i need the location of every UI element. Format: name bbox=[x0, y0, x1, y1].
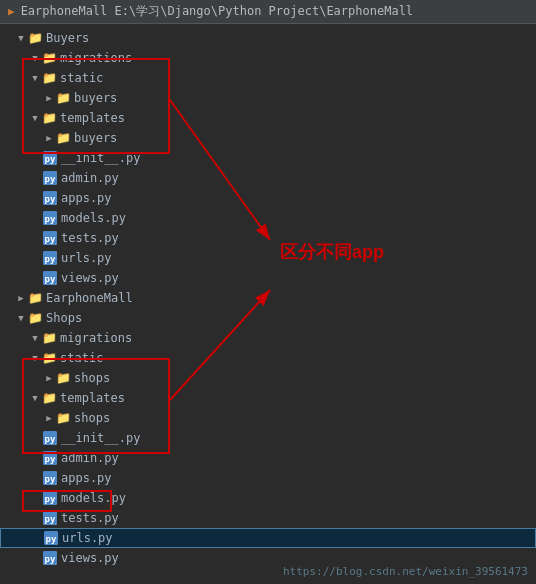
tree-label-7: __init__.py bbox=[61, 151, 140, 165]
tree-item-16[interactable]: 📁migrations bbox=[0, 328, 536, 348]
tree-label-26: urls.py bbox=[62, 531, 113, 545]
tree-arrow-18[interactable] bbox=[42, 373, 56, 383]
svg-text:py: py bbox=[45, 254, 56, 264]
title-icon: ▶ bbox=[8, 5, 15, 18]
tree-label-1: Buyers bbox=[46, 31, 89, 45]
folder-icon-6: 📁 bbox=[56, 131, 71, 145]
tree-item-9[interactable]: pyapps.py bbox=[0, 188, 536, 208]
svg-text:py: py bbox=[45, 194, 56, 204]
folder-icon-3: 📁 bbox=[42, 71, 57, 85]
svg-text:py: py bbox=[45, 434, 56, 444]
folder-icon-16: 📁 bbox=[42, 331, 57, 345]
tree-item-13[interactable]: pyviews.py bbox=[0, 268, 536, 288]
tree-arrow-19[interactable] bbox=[28, 393, 42, 403]
tree-label-11: tests.py bbox=[61, 231, 119, 245]
tree-label-27: views.py bbox=[61, 551, 119, 565]
tree-label-14: EarphoneMall bbox=[46, 291, 133, 305]
py-icon-27: py bbox=[42, 550, 58, 566]
tree-label-13: views.py bbox=[61, 271, 119, 285]
py-icon-21: py bbox=[42, 430, 58, 446]
tree-item-23[interactable]: pyapps.py bbox=[0, 468, 536, 488]
folder-icon-14: 📁 bbox=[28, 291, 43, 305]
tree-item-21[interactable]: py__init__.py bbox=[0, 428, 536, 448]
tree-item-22[interactable]: pyadmin.py bbox=[0, 448, 536, 468]
folder-icon-2: 📁 bbox=[42, 51, 57, 65]
tree-item-5[interactable]: 📁templates bbox=[0, 108, 536, 128]
tree-label-16: migrations bbox=[60, 331, 132, 345]
folder-icon-20: 📁 bbox=[56, 411, 71, 425]
py-icon-10: py bbox=[42, 210, 58, 226]
tree-arrow-6[interactable] bbox=[42, 133, 56, 143]
tree-arrow-14[interactable] bbox=[14, 293, 28, 303]
tree-label-6: buyers bbox=[74, 131, 117, 145]
folder-icon-19: 📁 bbox=[42, 391, 57, 405]
py-icon-25: py bbox=[42, 510, 58, 526]
footer-url: https://blog.csdn.net/weixin_39561473 bbox=[283, 565, 528, 578]
tree-item-8[interactable]: pyadmin.py bbox=[0, 168, 536, 188]
tree-item-3[interactable]: 📁static bbox=[0, 68, 536, 88]
title-bar: ▶ EarphoneMall E:\学习\Django\Python Proje… bbox=[0, 0, 536, 24]
tree-item-11[interactable]: pytests.py bbox=[0, 228, 536, 248]
svg-text:py: py bbox=[45, 494, 56, 504]
svg-text:py: py bbox=[45, 514, 56, 524]
tree-arrow-20[interactable] bbox=[42, 413, 56, 423]
tree-label-25: tests.py bbox=[61, 511, 119, 525]
tree-item-1[interactable]: 📁Buyers bbox=[0, 28, 536, 48]
tree-item-6[interactable]: 📁buyers bbox=[0, 128, 536, 148]
tree-label-15: Shops bbox=[46, 311, 82, 325]
tree-arrow-15[interactable] bbox=[14, 313, 28, 323]
folder-icon-4: 📁 bbox=[56, 91, 71, 105]
tree-item-25[interactable]: pytests.py bbox=[0, 508, 536, 528]
tree-item-7[interactable]: py__init__.py bbox=[0, 148, 536, 168]
tree-label-17: static bbox=[60, 351, 103, 365]
tree-arrow-5[interactable] bbox=[28, 113, 42, 123]
py-icon-9: py bbox=[42, 190, 58, 206]
tree-arrow-3[interactable] bbox=[28, 73, 42, 83]
tree-arrow-2[interactable] bbox=[28, 53, 42, 63]
tree-arrow-1[interactable] bbox=[14, 33, 28, 43]
folder-icon-1: 📁 bbox=[28, 31, 43, 45]
tree-item-17[interactable]: 📁static bbox=[0, 348, 536, 368]
tree-item-19[interactable]: 📁templates bbox=[0, 388, 536, 408]
tree-item-2[interactable]: 📁migrations bbox=[0, 48, 536, 68]
folder-icon-15: 📁 bbox=[28, 311, 43, 325]
folder-icon-17: 📁 bbox=[42, 351, 57, 365]
tree-item-24[interactable]: pymodels.py bbox=[0, 488, 536, 508]
file-tree: 📁Buyers📁migrations📁static📁buyers📁templat… bbox=[0, 24, 536, 584]
tree-item-14[interactable]: 📁EarphoneMall bbox=[0, 288, 536, 308]
py-icon-22: py bbox=[42, 450, 58, 466]
tree-item-4[interactable]: 📁buyers bbox=[0, 88, 536, 108]
tree-label-4: buyers bbox=[74, 91, 117, 105]
tree-item-26[interactable]: pyurls.py bbox=[0, 528, 536, 548]
tree-label-21: __init__.py bbox=[61, 431, 140, 445]
svg-text:py: py bbox=[45, 274, 56, 284]
py-icon-7: py bbox=[42, 150, 58, 166]
tree-item-12[interactable]: pyurls.py bbox=[0, 248, 536, 268]
py-icon-23: py bbox=[42, 470, 58, 486]
svg-text:py: py bbox=[46, 534, 57, 544]
tree-label-23: apps.py bbox=[61, 471, 112, 485]
tree-label-8: admin.py bbox=[61, 171, 119, 185]
svg-text:py: py bbox=[45, 474, 56, 484]
tree-label-9: apps.py bbox=[61, 191, 112, 205]
annotation-text: 区分不同app bbox=[280, 240, 384, 264]
tree-label-19: templates bbox=[60, 391, 125, 405]
tree-label-24: models.py bbox=[61, 491, 126, 505]
tree-arrow-4[interactable] bbox=[42, 93, 56, 103]
tree-label-5: templates bbox=[60, 111, 125, 125]
svg-text:py: py bbox=[45, 234, 56, 244]
tree-item-10[interactable]: pymodels.py bbox=[0, 208, 536, 228]
svg-text:py: py bbox=[45, 554, 56, 564]
py-icon-26: py bbox=[43, 530, 59, 546]
tree-arrow-17[interactable] bbox=[28, 353, 42, 363]
tree-label-12: urls.py bbox=[61, 251, 112, 265]
svg-text:py: py bbox=[45, 214, 56, 224]
tree-item-15[interactable]: 📁Shops bbox=[0, 308, 536, 328]
py-icon-8: py bbox=[42, 170, 58, 186]
tree-arrow-16[interactable] bbox=[28, 333, 42, 343]
py-icon-13: py bbox=[42, 270, 58, 286]
folder-icon-5: 📁 bbox=[42, 111, 57, 125]
tree-item-20[interactable]: 📁shops bbox=[0, 408, 536, 428]
tree-label-3: static bbox=[60, 71, 103, 85]
tree-item-18[interactable]: 📁shops bbox=[0, 368, 536, 388]
